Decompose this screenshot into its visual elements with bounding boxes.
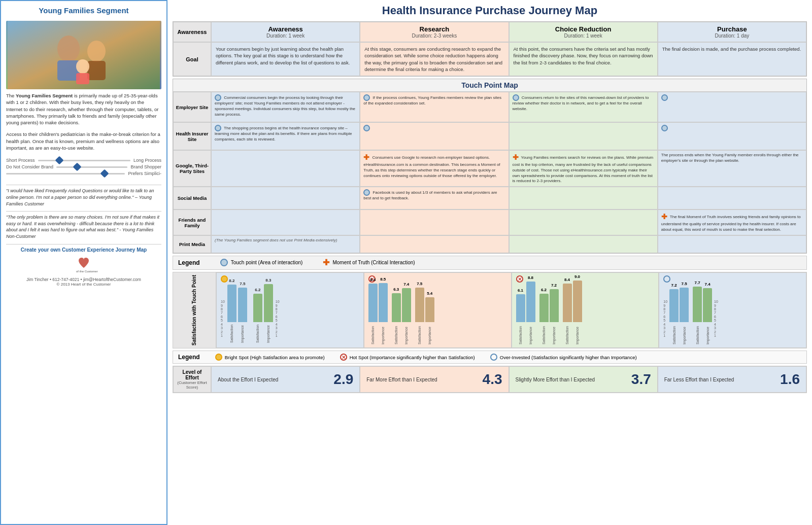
goal-row: Goal Your consumers begin by just learni…: [173, 42, 806, 76]
svg-point-5: [76, 59, 89, 74]
bright-spot-legend-icon: [215, 354, 222, 361]
choice-duration: Duration: 1 week: [513, 33, 654, 39]
tp-insurer-label: Health Insurer Site: [173, 122, 211, 150]
tp-social-label: Social Media: [173, 187, 211, 209]
tp-insurer-row: Health Insurer Site The shopping process…: [173, 122, 806, 150]
tp-insurer-awareness: The shopping process begins at the healt…: [211, 122, 360, 150]
sat-research-phase: ✕ 8.4 Satisfaction 8.: [364, 272, 512, 348]
effort-research-score: 4.3: [483, 371, 502, 388]
tp-print-choice: [509, 235, 658, 253]
tp-social-choice: [509, 187, 658, 209]
copyright: © 2013 Heart of the Customer: [6, 282, 161, 287]
slider1-track: [38, 160, 130, 161]
bar-a2-sat-val: 6.2: [253, 288, 262, 292]
tp-google-purchase-text: The process ends when the Young Family m…: [661, 153, 799, 163]
bar-a1-imp-val: 7.5: [238, 282, 247, 286]
bar-p1-imp-lbl: Importance: [683, 323, 686, 344]
tp-friends-choice: [509, 209, 658, 235]
bar-a2-sat: 6.2: [253, 294, 262, 322]
legend2-hot-text: Hot Spot (Importance significantly highe…: [350, 355, 475, 360]
bar-p1-imp-rect: 7.5: [680, 288, 689, 322]
bar-p1-imp-val: 7.5: [680, 282, 689, 286]
bar-p2-imp-wrap: 7.4: [703, 277, 712, 322]
bar-p2-sat-wrap: 7.7: [693, 277, 702, 322]
bar-r2-sat-lbl: Satisfaction: [394, 323, 398, 344]
circle-dot-insurer-awareness: [215, 125, 221, 131]
bar-p1-sat-wrap: 7.2: [669, 277, 679, 322]
svg-rect-4: [87, 61, 106, 80]
slider2-right-label: Brand Shopper: [130, 164, 161, 169]
tp-insurer-research: [360, 122, 509, 150]
bar-c3-imp-wrap: 9.0: [573, 277, 582, 322]
sidebar-description-1: The Young Families Segment is primarily …: [6, 92, 161, 126]
bar-p1-sat: 7.2 Satisfaction: [669, 277, 679, 344]
bar-a1-imp-wrapper: 7.5: [238, 277, 247, 322]
effort-choice-desc: Slightly More Effort than I Expected: [516, 377, 626, 382]
bar-a1-sat-val: 8.2: [227, 278, 236, 283]
tp-print-purchase: [658, 235, 806, 253]
bar-c3-imp: 9.0 Importance: [573, 277, 582, 344]
sat-research-bars: 8.4 Satisfaction 8.5 Importance: [368, 277, 507, 344]
phase-purchase: Purchase Duration: 1 day: [658, 22, 806, 42]
bar-r3-imp-val: 5.4: [425, 291, 434, 296]
tp-employer-awareness-text: Commercial consumers begin the process b…: [215, 95, 355, 117]
bar-p2-sat-val: 7.7: [693, 281, 702, 285]
contact-info: Jim Tincher • 612-747-4021 • jim@Heartof…: [6, 277, 161, 282]
bar-p2-imp-val: 7.4: [703, 282, 712, 287]
circle-dot-social-research: [363, 189, 370, 196]
bar-c2-sat-val: 6.2: [539, 288, 549, 292]
legend2-bright-text: Bright Spot (High Satisfaction area to p…: [225, 355, 325, 360]
bar-r2-sat-wrap: 6.3: [392, 277, 401, 322]
slider3-track: [6, 173, 125, 174]
bar-group-a1: 8.2 Satisfaction: [227, 277, 236, 344]
sat-awareness-phase: 12345678910 8.2 Satisfaction: [216, 272, 364, 348]
bar-c2-imp: 7.2 Importance: [550, 277, 559, 344]
sliders-section: Short Process Long Process Do Not Consid…: [6, 156, 161, 178]
tp-social-awareness: [211, 187, 360, 209]
tp-employer-label: Employer Site: [173, 92, 211, 122]
tp-employer-purchase: [658, 92, 806, 122]
bar-c3-imp-rect: 9.0: [573, 281, 582, 322]
legend2-bright-spot: Bright Spot (High Satisfaction area to p…: [215, 354, 325, 361]
bar-r2-imp-rect: 7.4: [402, 288, 411, 322]
sat-choice-bars: 6.1 Satisfaction 8.8 Importance: [516, 277, 655, 344]
legend2-over-invested: Over-Invested (Satisfaction significantl…: [490, 354, 637, 361]
bar-r1-sat-lbl: Satisfaction: [371, 323, 375, 344]
main-title: Health Insurance Purchase Journey Map: [173, 4, 807, 17]
tp-print-awareness: (The Young Families segment does not use…: [211, 235, 360, 253]
bar-group-a2-imp: 8.3 Importance: [264, 277, 273, 344]
slider2-track: [56, 166, 127, 168]
legend1-cross-icon: ✚: [323, 259, 329, 267]
satisfaction-label: Satisfaction with Touch Point: [173, 272, 216, 348]
bar-a1-sat-wrapper: 8.2: [227, 277, 236, 322]
bar-group-a1-imp: 7.5 Importance: [238, 277, 247, 344]
phase-awareness: Awareness Duration: 1 week: [211, 22, 360, 42]
svg-text:of the Customer: of the Customer: [76, 270, 98, 273]
goal-awareness: Your consumers begin by just learning ab…: [211, 42, 360, 76]
sidebar-description-2: Access to their children's pediatrician …: [6, 131, 161, 151]
bar-r1-imp-lbl: Importance: [381, 323, 385, 344]
slider1-right-label: Long Process: [133, 158, 161, 163]
tp-google-research: ✚ Consumers use Google to research non-e…: [360, 150, 509, 187]
tp-social-purchase: [658, 187, 806, 209]
legend1-circle-icon: [220, 259, 228, 266]
y-axis-awareness-right: 12345678910: [275, 300, 280, 344]
bar-a2-imp-wrapper: 8.3: [264, 277, 273, 322]
bar-a1-sat-label: Satisfaction: [230, 323, 233, 344]
bar-c3-sat-wrap: 8.4: [563, 277, 572, 322]
tp-print-research: [360, 235, 509, 253]
bar-p1-imp-wrap: 7.5: [680, 277, 689, 322]
sidebar-footer-section: Create your own Customer Experience Jour…: [6, 244, 161, 287]
bar-a2-imp-label: Importance: [266, 323, 270, 344]
legend1-label: Legend: [178, 259, 200, 266]
bar-r2-imp-wrap: 7.4: [402, 277, 411, 322]
tp-print-row: Print Media (The Young Families segment …: [173, 235, 806, 253]
bar-r1-imp-wrap: 8.5: [379, 277, 388, 322]
bar-c1-imp-val: 8.8: [526, 275, 535, 280]
legend2-row: Legend Bright Spot (High Satisfaction ar…: [173, 351, 807, 364]
legend1-moment-text: Moment of Truth (Critical Interaction): [332, 260, 415, 265]
main-content: Health Insurance Purchase Journey Map Aw…: [167, 0, 812, 525]
tp-friends-research: [360, 209, 509, 235]
bar-c3-sat: 8.4 Satisfaction: [563, 277, 572, 344]
bar-c3-sat-rect: 8.4: [563, 284, 572, 322]
